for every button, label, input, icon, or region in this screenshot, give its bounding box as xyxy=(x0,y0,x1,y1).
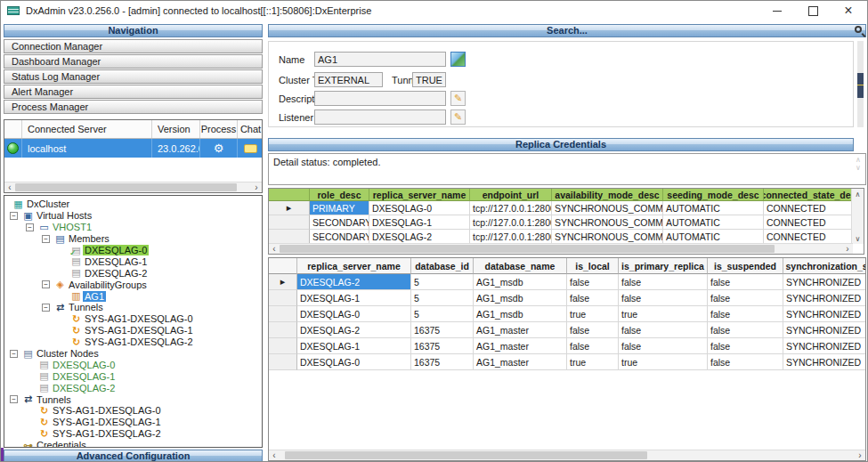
grid-cell[interactable]: 16375 xyxy=(411,322,474,338)
tree-item-tunnels[interactable]: Tunnels xyxy=(4,393,262,405)
grid-cell[interactable]: false xyxy=(708,274,783,290)
search-bar[interactable]: Search... xyxy=(268,24,866,37)
tree-item-sys-ag1-dxesqlag-2[interactable]: SYS-AG1-DXESQLAG-2 xyxy=(4,336,262,348)
scroll-right-icon[interactable] xyxy=(842,244,853,254)
grid-row[interactable]: PRIMARYDXESQLAG-0tcp://127.0.0.1:28001SY… xyxy=(269,201,864,215)
scroll-thumb[interactable] xyxy=(285,451,647,459)
tree-item-sys-ag1-dxesqlag-0[interactable]: SYS-AG1-DXESQLAG-0 xyxy=(4,405,262,417)
process-cell[interactable] xyxy=(200,139,238,158)
edit-description-button[interactable] xyxy=(450,91,466,106)
replica-credentials-header[interactable]: Replica Credentials xyxy=(268,138,854,151)
grid-cell[interactable]: tcp://127.0.0.1:28003 xyxy=(470,230,552,244)
grid-cell[interactable]: false xyxy=(567,322,619,338)
grid-cell[interactable]: AUTOMATIC xyxy=(663,215,764,230)
tree-expander[interactable] xyxy=(10,395,18,403)
tree-item-cluster-nodes[interactable]: Cluster Nodes xyxy=(4,348,262,360)
scroll-left-icon[interactable] xyxy=(4,182,15,192)
grid-cell[interactable]: false xyxy=(708,322,783,338)
grid-cell[interactable]: AG1_master xyxy=(474,338,567,354)
tree-item-ag1[interactable]: AG1 xyxy=(4,290,262,302)
grid-cell[interactable]: DXESQLAG-2 xyxy=(297,274,411,290)
grid-cell[interactable]: false xyxy=(708,354,783,370)
status-scroll-arrows[interactable] xyxy=(853,156,864,172)
tree-item-sys-ag1-dxesqlag-0[interactable]: SYS-AG1-DXESQLAG-0 xyxy=(4,313,262,325)
listener-port-field[interactable] xyxy=(314,109,446,125)
scroll-up-icon[interactable] xyxy=(853,156,864,164)
tree-item-availabilitygroups[interactable]: AvailabilityGroups xyxy=(4,279,262,290)
tree-item-dxesqlag-2[interactable]: DXESQLAG-2 xyxy=(4,267,262,279)
description-field[interactable] xyxy=(314,91,446,106)
grid-row[interactable]: DXESQLAG-15AG1_msdbfalsefalsefalseSYNCHR… xyxy=(269,290,865,306)
tree-item-members[interactable]: Members xyxy=(4,233,262,245)
grid-cell[interactable]: DXESQLAG-1 xyxy=(297,290,411,306)
grid-cell[interactable]: false xyxy=(708,306,783,322)
grid-cell[interactable]: false xyxy=(567,290,619,306)
grid-row[interactable]: SECONDARYDXESQLAG-1tcp://127.0.0.1:28002… xyxy=(269,215,864,230)
scroll-right-icon[interactable] xyxy=(855,450,865,460)
grid-cell[interactable]: false xyxy=(708,338,783,354)
grid-cell[interactable]: DXESQLAG-1 xyxy=(297,338,411,354)
grid-cell[interactable]: AG1_master xyxy=(474,322,567,338)
grid-cell[interactable]: 16375 xyxy=(411,354,474,370)
grid-cell[interactable]: false xyxy=(619,274,708,290)
server-name-cell[interactable]: localhost xyxy=(22,139,152,158)
scroll-down-icon[interactable] xyxy=(852,233,864,244)
panel-vscrollbar[interactable] xyxy=(857,41,864,127)
replicas-grid-hscrollbar[interactable] xyxy=(269,243,853,254)
scroll-up-icon[interactable] xyxy=(852,189,864,199)
grid-cell[interactable]: SECONDARY xyxy=(310,215,369,230)
grid-cell[interactable]: true xyxy=(619,306,708,322)
column-header-database-name[interactable]: database_name xyxy=(474,258,567,274)
column-header-synchronization-stat[interactable]: synchronization_stat xyxy=(783,258,866,274)
tree-item-dxesqlag-0[interactable]: DXESQLAG-0 xyxy=(4,245,262,256)
grid-cell[interactable]: PRIMARY xyxy=(310,201,369,215)
grid-cell[interactable]: false xyxy=(708,290,783,306)
grid-cell[interactable]: AUTOMATIC xyxy=(663,201,764,215)
tree-expander[interactable] xyxy=(10,212,18,220)
server-grid-hscrollbar[interactable] xyxy=(4,182,262,192)
grid-row[interactable]: DXESQLAG-25AG1_msdbfalsefalsefalseSYNCHR… xyxy=(269,274,865,290)
databases-grid-hscrollbar[interactable] xyxy=(269,450,865,460)
minimize-button[interactable] xyxy=(765,3,790,19)
column-header-is-suspended[interactable]: is_suspended xyxy=(708,258,783,274)
scroll-down-icon[interactable] xyxy=(853,164,864,172)
tree-item-dxcluster[interactable]: DxCluster xyxy=(4,199,262,210)
tree-item-credentials[interactable]: Credentials xyxy=(4,440,262,448)
search-icon[interactable] xyxy=(855,26,862,33)
scroll-thumb[interactable] xyxy=(15,183,237,191)
nav-item-connection-manager[interactable]: Connection Manager xyxy=(4,39,263,53)
grid-cell[interactable]: DXESQLAG-0 xyxy=(369,201,470,215)
grid-cell[interactable]: 5 xyxy=(411,290,474,306)
tree-item-dxesqlag-1[interactable]: DXESQLAG-1 xyxy=(4,370,262,382)
column-header-connected-state-des[interactable]: connected_state_des xyxy=(764,189,853,201)
edit-listener-port-button[interactable] xyxy=(450,109,466,125)
nav-item-dashboard-manager[interactable]: Dashboard Manager xyxy=(4,54,263,69)
grid-cell[interactable]: AG1_master xyxy=(474,354,567,370)
scroll-left-icon[interactable] xyxy=(269,244,280,254)
grid-cell[interactable]: false xyxy=(567,338,619,354)
column-header-availability-mode-desc[interactable]: availability_mode_desc xyxy=(552,189,663,201)
grid-cell[interactable]: SYNCHRONIZED xyxy=(783,354,866,370)
column-header-version[interactable]: Version xyxy=(152,120,200,138)
tree-expander[interactable] xyxy=(42,280,50,288)
grid-row[interactable]: DXESQLAG-216375AG1_masterfalsefalsefalse… xyxy=(269,322,865,338)
grid-cell[interactable]: SYNCHRONIZED xyxy=(783,338,866,354)
tree-item-dxesqlag-1[interactable]: DXESQLAG-1 xyxy=(4,255,262,267)
grid-cell[interactable]: true xyxy=(567,306,619,322)
grid-cell[interactable]: false xyxy=(619,322,708,338)
tree-expander[interactable] xyxy=(26,223,34,231)
grid-cell[interactable]: true xyxy=(567,354,619,370)
grid-cell[interactable]: AG1_msdb xyxy=(474,290,567,306)
tree-item-dxesqlag-2[interactable]: DXESQLAG-2 xyxy=(4,382,262,393)
tree-expander[interactable] xyxy=(42,235,50,243)
grid-cell[interactable]: 5 xyxy=(411,306,474,322)
grid-cell[interactable]: DXESQLAG-2 xyxy=(297,322,411,338)
grid-cell[interactable]: 5 xyxy=(411,274,474,290)
grid-cell[interactable]: AG1_msdb xyxy=(474,274,567,290)
grid-cell[interactable]: tcp://127.0.0.1:28001 xyxy=(470,201,552,215)
tree-item-dxesqlag-0[interactable]: DXESQLAG-0 xyxy=(4,359,262,370)
column-header-replica-server-name[interactable]: replica_server_name xyxy=(297,258,411,274)
nav-item-alert-manager[interactable]: Alert Manager xyxy=(4,85,263,99)
grid-cell[interactable]: CONNECTED xyxy=(764,201,853,215)
column-header-process[interactable]: Process xyxy=(200,120,238,138)
